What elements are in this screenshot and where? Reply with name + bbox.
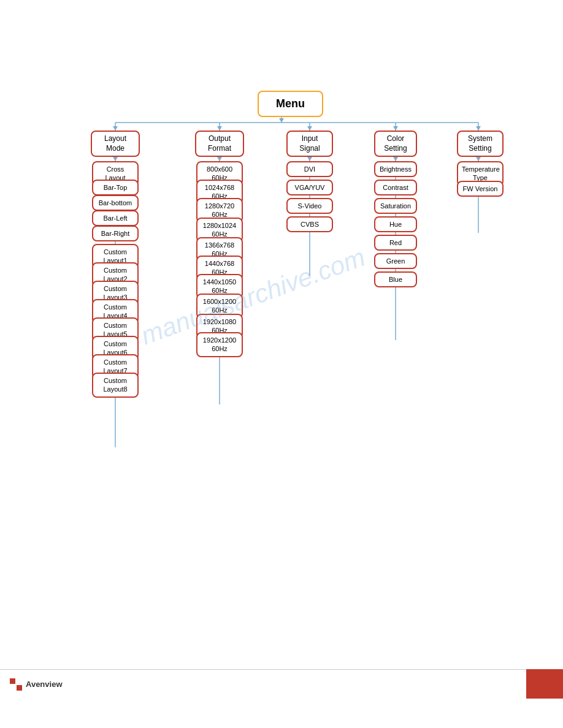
of-1920x1200: 1920x1200 60Hz — [196, 332, 243, 357]
svg-marker-63 — [476, 157, 481, 161]
is-vga-yuv: VGA/YUV — [286, 180, 333, 195]
layout-mode-header: Layout Mode — [91, 131, 140, 157]
cs-brightness: Brightness — [374, 161, 417, 177]
input-signal-header: Input Signal — [286, 131, 333, 157]
svg-marker-60 — [217, 157, 222, 161]
cs-saturation: Saturation — [374, 198, 417, 214]
svg-marker-54 — [113, 126, 118, 131]
lm-bar-top: Bar-Top — [92, 180, 139, 195]
lm-bar-left: Bar-Left — [92, 210, 139, 226]
svg-marker-59 — [113, 157, 118, 161]
svg-marker-58 — [476, 126, 481, 131]
svg-marker-57 — [393, 126, 398, 131]
cs-green: Green — [374, 253, 417, 269]
footer-brand: Avenview — [26, 680, 63, 689]
svg-marker-53 — [279, 118, 284, 123]
is-cvbs: CVBS — [286, 216, 333, 232]
cs-blue: Blue — [374, 271, 417, 287]
svg-marker-55 — [217, 126, 222, 131]
cs-contrast: Contrast — [374, 180, 417, 195]
is-dvi: DVI — [286, 161, 333, 177]
lm-custom-layout8: Custom Layout8 — [92, 373, 139, 398]
output-format-header: Output Format — [195, 131, 244, 157]
lm-bar-right: Bar-Right — [92, 226, 139, 241]
svg-marker-62 — [393, 157, 398, 161]
footer: Avenview — [0, 669, 563, 699]
system-setting-header: System Setting — [457, 131, 504, 157]
is-svideo: S-Video — [286, 198, 333, 214]
cs-red: Red — [374, 235, 417, 251]
ss-fw-version: FW Version — [457, 181, 504, 197]
page-content: Menu Layout Mode Cross Layout Bar-Top Ba… — [0, 0, 563, 699]
footer-logo: Avenview — [10, 678, 63, 691]
color-setting-header: Color Setting — [374, 131, 417, 157]
footer-red-block — [526, 669, 563, 699]
svg-marker-56 — [307, 126, 312, 131]
lm-bar-bottom: Bar-bottom — [92, 195, 139, 211]
menu-node: Menu — [258, 91, 323, 117]
watermark: manualsarchive.com — [137, 243, 369, 351]
avenview-logo-icon — [10, 678, 22, 691]
svg-marker-61 — [307, 157, 312, 161]
menu-label: Menu — [276, 97, 305, 110]
cs-hue: Hue — [374, 216, 417, 232]
